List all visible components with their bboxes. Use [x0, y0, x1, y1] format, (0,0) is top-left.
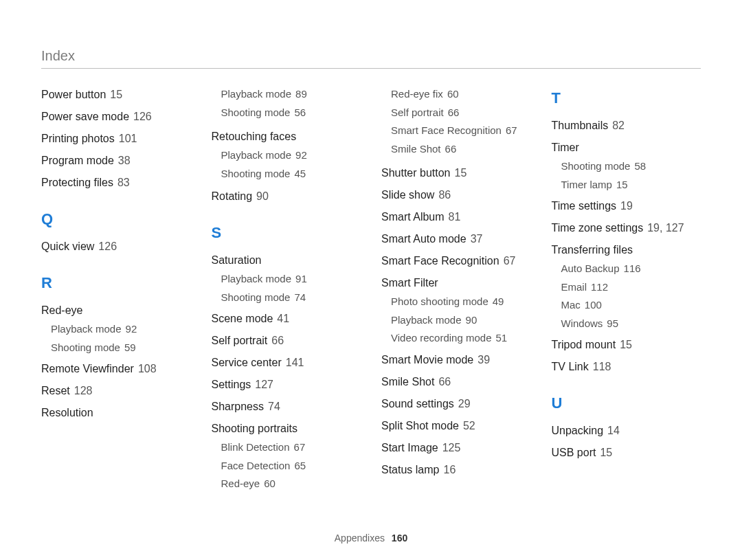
index-subentry: Mac100 — [552, 298, 701, 313]
index-entry: Smart Auto mode37 — [381, 231, 531, 247]
index-subentry: Self portrait66 — [381, 105, 531, 121]
index-entry: Unpacking14 — [552, 423, 701, 439]
index-group-head: Shooting portraits — [212, 421, 361, 437]
index-entry: Reset128 — [41, 383, 191, 399]
index-col-4: T Thumbnails82 Timer Shooting mode58 Tim… — [552, 87, 701, 495]
index-subentry: Smart Face Recognition67 — [381, 123, 531, 139]
index-subentry: Video recording mode51 — [381, 331, 531, 346]
index-subentry: Shooting mode74 — [212, 290, 361, 306]
index-letter-s: S — [212, 221, 361, 244]
index-entry: Quick view126 — [41, 238, 191, 255]
index-subentry: Smile Shot66 — [381, 142, 531, 157]
index-group-head: Timer — [552, 139, 701, 156]
index-subentry: Red-eye60 — [212, 476, 361, 492]
index-group-head: Smart Filter — [381, 275, 531, 291]
index-entry: Resolution — [41, 405, 191, 421]
footer-section: Appendixes — [335, 533, 385, 544]
index-entry: Power save mode126 — [41, 109, 191, 125]
index-subentry: Playback mode92 — [41, 322, 191, 337]
index-subentry: Shooting mode59 — [41, 340, 191, 356]
index-subentry: Playback mode89 — [212, 87, 361, 102]
index-entry: USB port15 — [552, 445, 701, 461]
index-entry: Rotating90 — [212, 188, 361, 205]
index-group-head: Transferring files — [552, 242, 701, 258]
index-col-3: Red-eye fix60 Self portrait66 Smart Face… — [381, 87, 531, 495]
index-entry: Sharpness74 — [212, 399, 361, 415]
index-subentry: Playback mode91 — [212, 271, 361, 287]
index-entry: Settings127 — [212, 377, 361, 393]
index-subentry: Face Detection65 — [212, 458, 361, 474]
index-entry: Self portrait66 — [212, 333, 361, 349]
index-entry: Protecting files83 — [41, 175, 191, 191]
index-subentry: Timer lamp15 — [552, 177, 701, 193]
index-subentry: Auto Backup116 — [552, 261, 701, 277]
index-entry: Program mode38 — [41, 153, 191, 169]
index-entry: Time settings19 — [552, 198, 701, 214]
index-entry: Smart Movie mode39 — [381, 352, 531, 368]
index-subentry: Red-eye fix60 — [381, 87, 531, 102]
index-subentry: Playback mode90 — [381, 313, 531, 328]
index-group-head: Saturation — [212, 252, 361, 269]
index-entry: Shutter button15 — [381, 165, 531, 181]
index-subentry: Photo shooting mode49 — [381, 294, 531, 310]
index-entry: Status lamp16 — [381, 462, 531, 478]
index-entry: Slide show86 — [381, 187, 531, 203]
index-subentry: Shooting mode45 — [212, 166, 361, 182]
index-entry: Split Shot mode52 — [381, 418, 531, 434]
index-entry: Scene mode41 — [212, 311, 361, 327]
index-letter-q: Q — [41, 208, 191, 230]
index-columns: Power button15 Power save mode126 Printi… — [41, 87, 701, 495]
index-letter-r: R — [41, 271, 191, 294]
index-entry: Smart Album81 — [381, 209, 531, 225]
index-subentry: Playback mode92 — [212, 148, 361, 164]
index-entry: Time zone settings19, 127 — [552, 220, 701, 236]
index-subentry: Windows95 — [552, 316, 701, 332]
index-col-1: Power button15 Power save mode126 Printi… — [41, 87, 191, 495]
index-entry: Start Image125 — [381, 440, 531, 456]
index-subentry: Shooting mode58 — [552, 159, 701, 175]
index-entry: Smile Shot66 — [381, 374, 531, 390]
index-subentry: Shooting mode56 — [212, 105, 361, 121]
page-footer: Appendixes 160 — [0, 533, 742, 544]
index-entry: Thumbnails82 — [552, 117, 701, 134]
index-subentry: Email112 — [552, 280, 701, 295]
index-entry: Printing photos101 — [41, 131, 191, 147]
index-letter-u: U — [552, 392, 701, 414]
index-group-head: Red-eye — [41, 302, 191, 319]
index-col-2: Playback mode89 Shooting mode56 Retouchi… — [212, 87, 361, 495]
index-group-head: Retouching faces — [212, 128, 361, 145]
index-entry: Service center141 — [212, 355, 361, 371]
page-title: Index — [41, 48, 701, 69]
footer-page-number: 160 — [392, 533, 407, 544]
index-entry: Smart Face Recognition67 — [381, 253, 531, 269]
index-entry: Power button15 — [41, 87, 191, 103]
index-page: Index Power button15 Power save mode126 … — [0, 0, 742, 560]
index-entry: Sound settings29 — [381, 396, 531, 412]
index-entry: Tripod mount15 — [552, 337, 701, 353]
index-letter-t: T — [552, 87, 701, 109]
index-entry: Remote Viewfinder108 — [41, 361, 191, 377]
index-entry: TV Link118 — [552, 359, 701, 375]
index-subentry: Blink Detection67 — [212, 440, 361, 456]
